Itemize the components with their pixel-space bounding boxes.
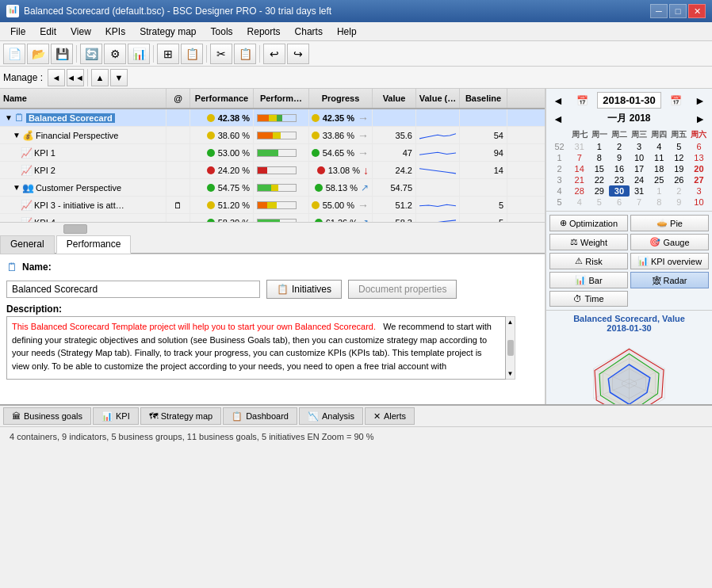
cal-day[interactable]: 21 [569,174,589,185]
cal-day[interactable]: 13 [689,152,709,163]
nav-business-goals[interactable]: 🏛 Business goals [3,407,91,425]
cal-day[interactable]: 17 [630,163,649,174]
table-row[interactable]: 📈 KPI 4 58.30 % 61.26 % ↗ [0,214,545,222]
optimization-btn[interactable]: ⊕ Optimization [549,215,628,231]
nav-analysis[interactable]: 📉 Analysis [299,407,363,425]
cal-prev-button[interactable]: ◄ [549,94,567,107]
pie-btn[interactable]: 🥧 Pie [630,215,709,231]
weight-btn[interactable]: ⚖ Weight [549,234,628,250]
menu-view[interactable]: View [63,24,98,40]
cal-day[interactable]: 2 [669,185,689,197]
cal-day[interactable]: 11 [649,152,669,163]
cal-day[interactable]: 28 [569,185,589,197]
cal-day[interactable]: 1 [589,141,609,152]
risk-btn[interactable]: ⚠ Risk [549,253,628,269]
nav-down[interactable]: ▼ [110,69,128,86]
menu-help[interactable]: Help [330,24,364,40]
gauge-btn[interactable]: 🎯 Gauge [630,234,709,250]
name-input[interactable] [6,281,260,298]
menu-reports[interactable]: Reports [240,24,288,40]
report-button[interactable]: 📋 [181,44,203,64]
save-button[interactable]: 💾 [51,44,73,64]
scroll-up-icon[interactable]: ▲ [507,319,514,326]
expand-icon[interactable]: ▼ [5,113,13,122]
cal-day[interactable]: 25 [649,174,669,185]
scrollbar-thumb[interactable] [63,224,87,234]
open-button[interactable]: 📂 [27,44,49,64]
copy-button[interactable]: 📋 [234,44,256,64]
cal-day[interactable]: 23 [609,174,629,185]
cal-day[interactable]: 31 [569,141,589,152]
cal-month-next[interactable]: ► [691,113,709,125]
tab-performance[interactable]: Performance [56,235,132,254]
table-row[interactable]: ▼ 🗒 Balanced Scorecard 42.38 % [0,109,545,127]
cal-month-prev[interactable]: ◄ [549,113,567,125]
redo-button[interactable]: ↪ [287,44,309,64]
cal-day[interactable]: 8 [649,197,669,208]
row-name-cust[interactable]: ▼ 👥 Customer Perspective [0,179,167,196]
nav-dashboard[interactable]: 📋 Dashboard [223,407,297,425]
scroll-down-icon[interactable]: ▼ [507,370,514,377]
cal-day[interactable]: 9 [669,197,689,208]
cal-day[interactable]: 29 [589,185,609,197]
cal-day[interactable]: 24 [630,174,649,185]
row-name-kpi3[interactable]: 📈 KPI 3 - initiative is att… [0,197,167,213]
cal-day[interactable]: 4 [649,141,669,152]
cal-day[interactable]: 3 [630,141,649,152]
cal-day[interactable]: 20 [689,163,709,174]
table-button[interactable]: ⊞ [157,44,179,64]
nav-alerts[interactable]: ✕ Alerts [365,407,415,425]
row-name-fin[interactable]: ▼ 💰 Financial Perspective [0,127,167,143]
cal-day[interactable]: 8 [589,152,609,163]
kpi-overview-btn[interactable]: 📊 KPI overview [630,253,709,269]
time-btn[interactable]: ⏱ Time [549,291,628,307]
table-row[interactable]: 📈 KPI 1 53.00 % 54.65 % → [0,144,545,162]
table-row[interactable]: ▼ 💰 Financial Perspective 38.60 % [0,127,545,144]
cal-day[interactable]: 31 [630,185,649,197]
nav-prev2[interactable]: ◄◄ [67,69,84,86]
row-name-kpi2[interactable]: 📈 KPI 2 [0,162,167,178]
row-name-kpi4[interactable]: 📈 KPI 4 [0,214,167,222]
cal-day[interactable]: 15 [589,163,609,174]
cal-day[interactable]: 10 [630,152,649,163]
cal-day[interactable]: 14 [569,163,589,174]
menu-charts[interactable]: Charts [288,24,330,40]
cal-day[interactable]: 22 [589,174,609,185]
doc-properties-button[interactable]: Document properties [348,280,457,299]
nav-kpi[interactable]: 📊 KPI [93,407,139,425]
cal-day[interactable]: 5 [589,197,609,208]
nav-prev[interactable]: ◄ [48,69,65,86]
expand-icon-fin[interactable]: ▼ [13,131,21,139]
close-button[interactable]: ✕ [688,4,706,18]
undo-button[interactable]: ↩ [263,44,285,64]
radar-btn[interactable]: 🕸 Radar [630,272,709,288]
cal-day[interactable]: 2 [609,141,629,152]
cal-day[interactable]: 9 [609,152,629,163]
cal-day[interactable]: 12 [669,152,689,163]
table-body[interactable]: ▼ 🗒 Balanced Scorecard 42.38 % [0,109,545,222]
cal-day[interactable]: 27 [689,174,709,185]
chart-button[interactable]: 📊 [128,44,150,64]
initiatives-button[interactable]: 📋 Initiatives [266,280,342,299]
bar-btn[interactable]: 📊 Bar [549,272,628,288]
table-row[interactable]: 📈 KPI 3 - initiative is att… 🗒 51.20 % [0,197,545,214]
tab-general[interactable]: General [0,235,55,254]
cal-day[interactable]: 5 [669,141,689,152]
horizontal-scrollbar[interactable] [0,222,545,235]
cal-day[interactable]: 7 [569,152,589,163]
cal-day[interactable]: 19 [669,163,689,174]
menu-edit[interactable]: Edit [33,24,63,40]
desc-scrollbar[interactable]: ▲ ▼ [506,316,515,380]
cal-day[interactable]: 6 [689,141,709,152]
menu-file[interactable]: File [3,24,33,40]
cal-day[interactable]: 4 [569,197,589,208]
cal-day[interactable]: 3 [689,185,709,197]
nav-strategy-map[interactable]: 🗺 Strategy map [140,407,221,425]
table-row[interactable]: 📈 KPI 2 24.20 % 13.08 % ↓ [0,162,545,179]
row-name-kpi1[interactable]: 📈 KPI 1 [0,144,167,161]
table-row[interactable]: ▼ 👥 Customer Perspective 54.75 % [0,179,545,197]
settings-button[interactable]: ⚙ [104,44,126,64]
cal-day[interactable]: 1 [649,185,669,197]
maximize-button[interactable]: □ [669,4,687,18]
menu-strategy-map[interactable]: Strategy map [132,24,203,40]
